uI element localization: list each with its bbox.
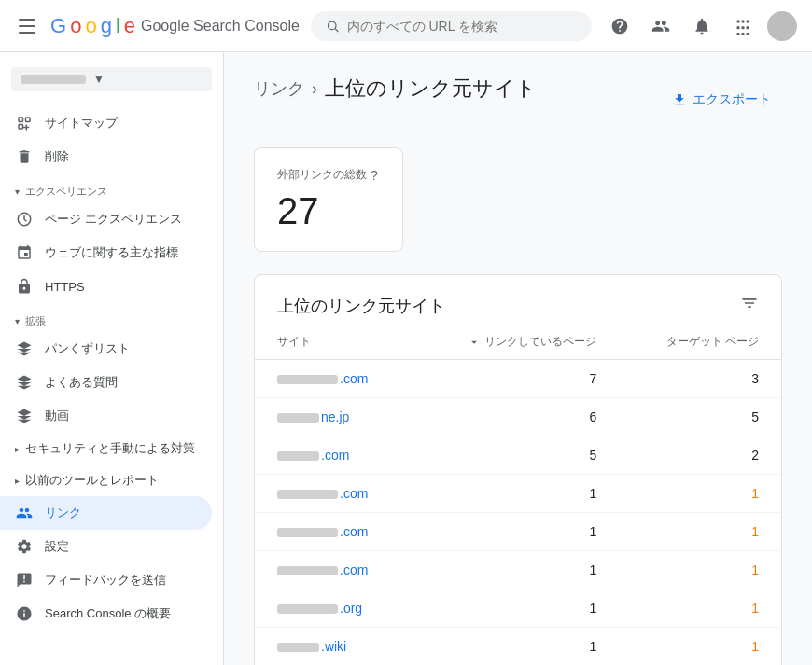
cell-linking: 1 <box>414 475 619 513</box>
col-site: サイト <box>255 325 414 360</box>
cell-target: 3 <box>619 360 781 398</box>
app-title: Google Search Console <box>141 18 300 35</box>
search-bar[interactable] <box>311 11 592 41</box>
table-row: .com52 <box>255 436 781 475</box>
table-row: .com11 <box>255 475 781 513</box>
section-experience: ▾ エクスペリエンス <box>0 173 223 202</box>
stats-value: 27 <box>277 190 380 232</box>
sidebar-item-settings[interactable]: 設定 <box>0 530 212 563</box>
property-selector[interactable]: ▼ <box>11 67 212 91</box>
table-row: .wiki11 <box>255 628 781 666</box>
lock-icon <box>15 277 34 296</box>
table-header: 上位のリンク元サイト <box>255 275 781 325</box>
table-row: .com73 <box>255 360 781 398</box>
cell-linking: 1 <box>414 551 619 589</box>
sitemap-icon <box>15 114 34 132</box>
filter-icon[interactable] <box>740 294 759 317</box>
table-card: 上位のリンク元サイト サイト リンクしているページ <box>254 274 782 665</box>
sidebar-item-breadcrumbs[interactable]: パンくずリスト <box>0 332 212 366</box>
stats-label: 外部リンクの総数 ? <box>277 167 380 183</box>
table-row: .org11 <box>255 589 781 628</box>
sidebar-item-https[interactable]: HTTPS <box>0 270 212 303</box>
sidebar-item-label: 動画 <box>45 408 69 424</box>
cell-site[interactable]: .com <box>255 475 414 513</box>
export-icon <box>672 92 687 107</box>
cell-target: 1 <box>619 628 781 666</box>
top-icons <box>603 9 797 43</box>
avatar[interactable] <box>767 11 797 41</box>
notifications-icon[interactable] <box>685 9 719 43</box>
section-expand: ▾ 拡張 <box>0 303 223 332</box>
help-icon[interactable] <box>603 9 637 43</box>
cell-linking: 1 <box>414 513 619 551</box>
breadcrumb: リンク › 上位のリンク元サイト <box>254 75 537 103</box>
export-label: エクスポート <box>693 91 771 108</box>
sidebar-item-remove[interactable]: 削除 <box>0 140 212 173</box>
cell-site[interactable]: .org <box>255 589 414 628</box>
sidebar-item-label: 削除 <box>45 148 69 165</box>
chevron-down-icon: ▼ <box>93 73 105 86</box>
sidebar-item-overview[interactable]: Search Console の概要 <box>0 597 212 630</box>
top-bar: Google Google Search Console <box>0 0 812 52</box>
cell-site[interactable]: .wiki <box>255 628 414 666</box>
sidebar-item-web-vitals[interactable]: ウェブに関する主な指標 <box>0 236 212 270</box>
sidebar-item-sitemap[interactable]: サイトマップ <box>0 106 212 140</box>
col-linking[interactable]: リンクしているページ <box>414 325 619 360</box>
sidebar-item-label: フィードバックを送信 <box>45 572 166 589</box>
property-name <box>21 75 86 84</box>
table-row: .com11 <box>255 513 781 551</box>
col-target: ターゲット ページ <box>619 325 781 360</box>
sidebar-item-label: ページ エクスペリエンス <box>45 211 182 228</box>
stats-help-icon[interactable]: ? <box>371 168 378 183</box>
cell-target: 1 <box>619 475 781 513</box>
cell-linking: 1 <box>414 589 619 628</box>
delete-icon <box>15 147 34 166</box>
cell-site[interactable]: .com <box>255 360 414 398</box>
cell-linking: 7 <box>414 360 619 398</box>
links-icon <box>15 504 34 522</box>
cell-site[interactable]: .com <box>255 513 414 551</box>
breadcrumb-current: 上位のリンク元サイト <box>325 75 537 103</box>
sidebar-item-label: ウェブに関する主な指標 <box>45 244 178 261</box>
section-security[interactable]: ▸ セキュリティと手動による対策 <box>0 433 223 464</box>
cell-target: 1 <box>619 551 781 589</box>
cell-target: 1 <box>619 513 781 551</box>
breadcrumb-actions: エクスポート <box>661 86 782 114</box>
grid-icon[interactable] <box>726 9 760 43</box>
sidebar-item-label: リンク <box>45 505 81 521</box>
feedback-icon <box>15 571 34 589</box>
logo: Google Google Search Console <box>50 14 300 38</box>
cell-target: 5 <box>619 398 781 436</box>
cell-site[interactable]: .com <box>255 551 414 589</box>
sidebar-item-label: パンくずリスト <box>45 340 130 357</box>
data-table: サイト リンクしているページ ターゲット ページ .com73ne.jp65.c… <box>255 325 781 665</box>
search-input[interactable] <box>347 19 577 34</box>
section-legacy-tools[interactable]: ▸ 以前のツールとレポート <box>0 464 223 496</box>
sidebar-item-label: よくある質問 <box>45 374 118 391</box>
main-layout: ▼ サイトマップ 削除 ▾ エクスペリエンス ページ エクスペリエンス <box>0 52 812 665</box>
sidebar-item-label: HTTPS <box>45 280 85 294</box>
video-icon <box>15 407 34 425</box>
content: リンク › 上位のリンク元サイト エクスポート 外部リンクの総数 ? 27 上位… <box>224 52 812 665</box>
sidebar: ▼ サイトマップ 削除 ▾ エクスペリエンス ページ エクスペリエンス <box>0 52 224 665</box>
sidebar-item-links[interactable]: リンク <box>0 496 212 530</box>
sidebar-item-page-experience[interactable]: ページ エクスペリエンス <box>0 202 212 236</box>
sidebar-item-label: 設定 <box>45 538 69 555</box>
faq-icon <box>15 373 34 392</box>
cell-site[interactable]: .com <box>255 436 414 475</box>
menu-icon[interactable] <box>15 15 39 37</box>
export-button[interactable]: エクスポート <box>661 86 782 114</box>
sidebar-item-label: Search Console の概要 <box>45 605 171 622</box>
people-icon[interactable] <box>644 9 678 43</box>
breadcrumb-row: リンク › 上位のリンク元サイト エクスポート <box>254 75 782 125</box>
sidebar-item-faq[interactable]: よくある質問 <box>0 366 212 399</box>
web-vitals-icon <box>15 243 34 262</box>
cell-site[interactable]: ne.jp <box>255 398 414 436</box>
breadcrumb-parent[interactable]: リンク <box>254 77 304 100</box>
cell-linking: 1 <box>414 628 619 666</box>
top-bar-left: Google Google Search Console <box>15 14 300 38</box>
sidebar-item-feedback[interactable]: フィードバックを送信 <box>0 563 212 597</box>
sidebar-item-videos[interactable]: 動画 <box>0 399 212 433</box>
search-icon <box>326 19 340 34</box>
cell-target: 2 <box>619 436 781 475</box>
